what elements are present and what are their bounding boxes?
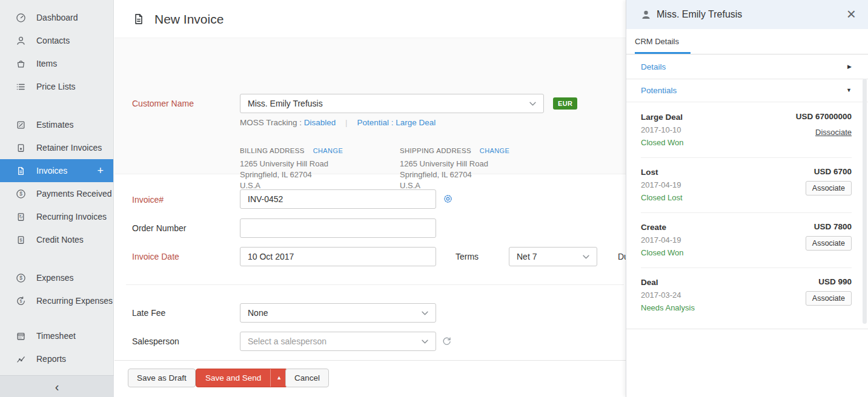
sidebar-item-items[interactable]: Items xyxy=(0,52,113,75)
late-fee-value: None xyxy=(248,308,268,318)
potential-item: Large Deal2017-10-10Closed WonUSD 670000… xyxy=(641,103,852,158)
sidebar-item-label: Retainer Invoices xyxy=(36,143,102,153)
svg-text:↻: ↻ xyxy=(19,214,23,220)
crm-panel-title: Miss. Emily Trefusis xyxy=(657,9,742,20)
refresh-icon[interactable] xyxy=(442,336,452,346)
invoice-date-input[interactable] xyxy=(240,247,436,266)
crm-tabbar: CRM Details xyxy=(626,29,868,54)
customer-name-label: Customer Name xyxy=(132,99,194,108)
invoice-date-label: Invoice Date xyxy=(132,252,179,261)
shipping-address-block: SHIPPING ADDRESS CHANGE 1265 University … xyxy=(400,145,548,191)
items-icon xyxy=(16,59,26,69)
dashboard-icon xyxy=(16,13,26,23)
customer-name-select[interactable]: Miss. Emily Trefusis xyxy=(240,94,544,113)
terms-value: Net 7 xyxy=(517,252,537,261)
details-section-toggle[interactable]: Details ▶ xyxy=(626,54,868,79)
tab-crm-details[interactable]: CRM Details xyxy=(635,37,679,46)
plus-icon[interactable]: + xyxy=(97,165,104,176)
sidebar-item-price-lists[interactable]: Price Lists xyxy=(0,75,113,98)
salesperson-placeholder: Select a salesperson xyxy=(248,336,326,346)
sidebar-item-label: Credit Notes xyxy=(36,235,84,244)
potential-link[interactable]: Potential : Large Deal xyxy=(357,118,436,127)
sidebar-item-estimates[interactable]: Estimates xyxy=(0,113,113,136)
svg-text:$: $ xyxy=(19,237,22,243)
potential-item: Deal2017-03-24Needs AnalysisUSD 990Assoc… xyxy=(641,268,852,323)
close-icon[interactable]: × xyxy=(844,5,858,23)
separator: | xyxy=(345,118,348,127)
triangle-down-icon: ▼ xyxy=(846,88,852,93)
associate-button[interactable]: Associate xyxy=(806,181,852,195)
price-lists-icon xyxy=(16,82,26,92)
sidebar-item-label: Items xyxy=(36,59,57,68)
expenses-icon: $ xyxy=(16,273,26,283)
sidebar-item-label: Invoices xyxy=(36,166,67,176)
sidebar-item-reports[interactable]: Reports xyxy=(0,347,113,370)
svg-text:$: $ xyxy=(19,275,22,281)
sidebar-item-recurring-invoices[interactable]: ↻Recurring Invoices xyxy=(0,205,113,228)
dissociate-link[interactable]: Dissociate xyxy=(815,128,852,137)
sidebar-group: EstimatesRetainer InvoicesInvoices+$Paym… xyxy=(0,113,113,251)
payments-received-icon: $ xyxy=(16,189,26,199)
chevron-down-icon xyxy=(529,102,536,106)
late-fee-label: Late Fee xyxy=(132,308,165,318)
potential-amount: USD 990 xyxy=(818,277,852,286)
retainer-invoices-icon xyxy=(16,143,26,153)
panel-divider xyxy=(626,329,868,329)
billing-address-heading: BILLING ADDRESS xyxy=(240,147,305,154)
save-as-draft-button[interactable]: Save as Draft xyxy=(128,369,196,387)
chevron-down-icon xyxy=(422,340,428,344)
svg-text:$: $ xyxy=(19,191,22,197)
sidebar-item-label: Expenses xyxy=(36,273,73,283)
sidebar-item-label: Contacts xyxy=(36,36,70,45)
billing-address-change-link[interactable]: CHANGE xyxy=(313,147,343,154)
save-and-send-label: Save and Send xyxy=(196,373,270,382)
section-divider xyxy=(126,284,624,285)
terms-select[interactable]: Net 7 xyxy=(509,247,597,266)
sidebar-item-label: Payments Received xyxy=(36,189,112,198)
sidebar-item-contacts[interactable]: Contacts xyxy=(0,29,113,52)
sidebar-item-recurring-expenses[interactable]: $Recurring Expenses xyxy=(0,289,113,312)
sidebar-item-label: Timesheet xyxy=(36,331,76,341)
invoice-number-input[interactable] xyxy=(240,189,436,209)
invoices-icon xyxy=(16,166,26,176)
timesheet-icon xyxy=(16,331,26,341)
moss-tracking-label: MOSS Tracking : xyxy=(240,118,302,127)
sidebar-item-invoices[interactable]: Invoices+ xyxy=(0,159,113,182)
salesperson-select[interactable]: Select a salesperson xyxy=(240,332,436,351)
recurring-expenses-icon: $ xyxy=(16,296,26,306)
associate-button[interactable]: Associate xyxy=(806,236,852,251)
sidebar-group: TimesheetReports xyxy=(0,324,113,370)
sidebar-item-dashboard[interactable]: Dashboard xyxy=(0,6,113,29)
shipping-address-change-link[interactable]: CHANGE xyxy=(480,147,509,154)
sidebar-collapse-button[interactable]: ‹ xyxy=(0,375,114,397)
chevron-down-icon xyxy=(583,255,589,259)
sidebar-item-label: Reports xyxy=(36,354,66,364)
late-fee-select[interactable]: None xyxy=(240,303,436,323)
panel-scrollbar[interactable] xyxy=(863,79,867,324)
chevron-down-icon xyxy=(422,311,428,315)
save-and-send-button[interactable]: Save and Send ▲ xyxy=(196,369,288,387)
cancel-button[interactable]: Cancel xyxy=(285,369,329,387)
sidebar-item-credit-notes[interactable]: $Credit Notes xyxy=(0,228,113,251)
billing-address-line: Springfield, IL 62704 xyxy=(240,169,388,180)
sidebar-item-retainer-invoices[interactable]: Retainer Invoices xyxy=(0,136,113,159)
sidebar-item-payments-received[interactable]: $Payments Received xyxy=(0,182,113,205)
invoice-number-label: Invoice# xyxy=(132,195,164,205)
potentials-section-toggle[interactable]: Potentials ▼ xyxy=(626,79,868,102)
potential-item: Lost2017-04-19Closed LostUSD 6700Associa… xyxy=(641,158,852,213)
sidebar-item-expenses[interactable]: $Expenses xyxy=(0,266,113,289)
potential-item: Create2017-04-19Closed WonUSD 7800Associ… xyxy=(641,213,852,268)
app-window: DashboardContactsItemsPrice ListsEstimat… xyxy=(0,0,868,397)
associate-button[interactable]: Associate xyxy=(806,291,852,306)
sidebar-item-timesheet[interactable]: Timesheet xyxy=(0,324,113,347)
details-section-label: Details xyxy=(641,62,666,71)
moss-tracking-value-link[interactable]: Disabled xyxy=(304,118,336,127)
sidebar-item-label: Dashboard xyxy=(36,13,78,22)
sidebar: DashboardContactsItemsPrice ListsEstimat… xyxy=(0,0,114,397)
gear-icon[interactable] xyxy=(443,194,453,204)
sidebar-group: DashboardContactsItemsPrice Lists xyxy=(0,6,113,98)
tab-active-underline xyxy=(635,52,691,54)
shipping-address-line: Springfield, IL 62704 xyxy=(400,169,548,180)
billing-address-block: BILLING ADDRESS CHANGE 1265 University H… xyxy=(240,145,388,191)
order-number-input[interactable] xyxy=(240,218,436,238)
